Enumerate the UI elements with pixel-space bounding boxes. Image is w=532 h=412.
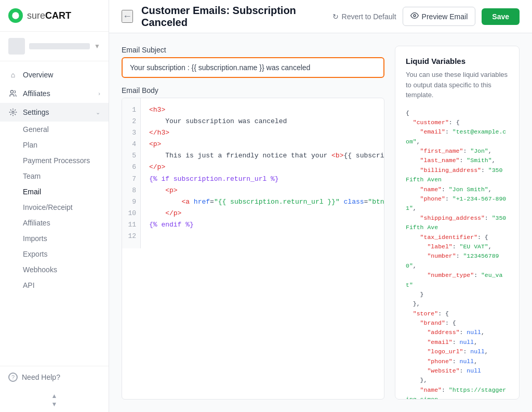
liquid-code: { "customer": { "email": "test@example.c… [406, 109, 509, 400]
subnav-general[interactable]: General [23, 122, 109, 137]
sidebar-item-label: Settings [23, 108, 90, 116]
scroll-up-button[interactable]: ▲ [51, 392, 58, 400]
subnav-team[interactable]: Team [23, 168, 109, 184]
subnav-exports[interactable]: Exports [23, 246, 109, 262]
sidebar-item-label: Overview [23, 71, 100, 79]
question-icon: ? [8, 373, 18, 382]
subnav-webhooks[interactable]: Webhooks [23, 262, 109, 277]
need-help-link[interactable]: ? Need Help? [8, 373, 100, 382]
code-lines[interactable]: <h3> Your subscription was canceled </h3… [141, 98, 384, 248]
subnav-imports[interactable]: Imports [23, 231, 109, 246]
preview-button[interactable]: Preview Email [403, 7, 476, 26]
subject-field: Email Subject [122, 46, 384, 78]
subnav-email[interactable]: Email [23, 184, 109, 200]
logo-area: sureCART [0, 0, 109, 32]
subnav-payment-processors[interactable]: Payment Processors [23, 153, 109, 168]
users-icon [8, 89, 18, 98]
subnav-plan[interactable]: Plan [23, 137, 109, 153]
logo-icon [8, 8, 23, 23]
subject-input[interactable] [122, 57, 384, 78]
chevron-down-icon: ▼ [94, 43, 100, 50]
svg-point-3 [414, 15, 416, 17]
svg-point-0 [12, 12, 19, 19]
svg-point-1 [10, 90, 13, 93]
subnav-api[interactable]: API [23, 277, 109, 293]
chevron-right-icon: › [98, 90, 100, 97]
subnav-invoice-receipt[interactable]: Invoice/Receipt [23, 200, 109, 215]
home-icon: ⌂ [8, 70, 18, 79]
header-actions: ↻ Revert to Default Preview Email Save [332, 7, 520, 26]
chevron-down-icon: ⌄ [96, 109, 100, 116]
subnav-affiliates[interactable]: Affiliates [23, 215, 109, 231]
liquid-description: You can use these liquid variables to ou… [406, 70, 509, 100]
save-button[interactable]: Save [482, 8, 520, 25]
line-numbers: 123456 789101112 [122, 98, 141, 248]
code-editor-body: 123456 789101112 <h3> Your subscription … [122, 98, 384, 248]
liquid-title: Liquid Variables [406, 57, 509, 65]
main-content: ← Customer Emails: Subscription Canceled… [109, 0, 532, 412]
sidebar-item-settings[interactable]: Settings ⌄ [0, 103, 109, 122]
back-button[interactable]: ← [122, 10, 133, 23]
revert-icon: ↻ [332, 12, 339, 21]
sidebar-item-affiliates[interactable]: Affiliates › [0, 84, 109, 103]
code-editor[interactable]: 123456 789101112 <h3> Your subscription … [122, 98, 384, 400]
scroll-down-button[interactable]: ▼ [51, 401, 58, 408]
sidebar-nav: ⌂ Overview Affiliates › Settings ⌄ Gener… [0, 61, 109, 366]
sidebar-item-label: Affiliates [23, 89, 93, 98]
liquid-panel: Liquid Variables You can use these liqui… [395, 46, 520, 400]
subject-label: Email Subject [122, 46, 384, 54]
sidebar-footer: ? Need Help? [0, 366, 109, 388]
logo-text: sureCART [27, 10, 71, 21]
editor-panel: Email Subject Email Body 123456 78910111… [122, 46, 384, 400]
sidebar: sureCART ▼ ⌂ Overview Affiliates › Setti… [0, 0, 109, 412]
body-label: Email Body [122, 86, 384, 95]
content-area: Email Subject Email Body 123456 78910111… [109, 33, 532, 412]
svg-point-2 [12, 111, 14, 113]
gear-icon [8, 108, 18, 117]
scroll-controls: ▲ ▼ [0, 388, 109, 412]
user-section[interactable]: ▼ [0, 32, 109, 61]
eye-icon [410, 11, 419, 21]
avatar [8, 38, 25, 55]
user-name [29, 43, 90, 49]
body-field: Email Body 123456 789101112 <h3> Your su… [122, 86, 384, 400]
sidebar-item-overview[interactable]: ⌂ Overview [0, 65, 109, 84]
revert-button[interactable]: ↻ Revert to Default [332, 12, 396, 21]
page-header: ← Customer Emails: Subscription Canceled… [109, 0, 532, 33]
settings-subnav: General Plan Payment Processors Team Ema… [0, 122, 109, 293]
page-title: Customer Emails: Subscription Canceled [141, 5, 324, 29]
